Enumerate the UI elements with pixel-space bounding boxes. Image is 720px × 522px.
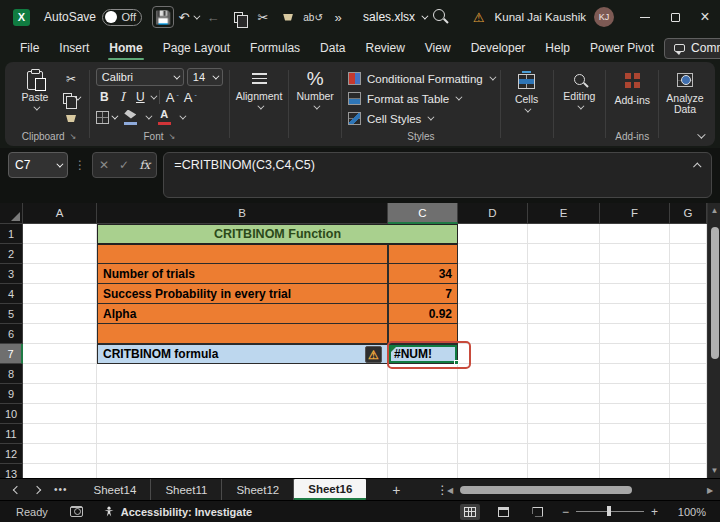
row-header-12[interactable]: 12 [0,444,23,464]
cell-E8[interactable] [528,364,600,384]
save-button[interactable]: 💾 [152,6,174,28]
scroll-down-icon[interactable]: ▼ [708,466,720,475]
cell-A3[interactable] [23,264,97,284]
cell-B12[interactable] [97,444,388,464]
cell-G12[interactable] [670,444,707,464]
cell-A6[interactable] [23,324,97,344]
row-header-9[interactable]: 9 [0,384,23,404]
cell-C6[interactable] [388,324,458,344]
cell-E10[interactable] [528,404,600,424]
cell-F4[interactable] [600,284,670,304]
cell-D13[interactable] [458,464,528,478]
collapse-formula-bar-button[interactable] [693,162,701,170]
cell-E1[interactable] [528,224,600,244]
column-header-A[interactable]: A [23,203,97,224]
cell-C5[interactable]: 0.92 [388,304,458,324]
italic-button[interactable]: I [114,89,131,106]
underline-options-chevron[interactable] [150,92,157,99]
cell-B2[interactable] [97,244,388,264]
cell-A10[interactable] [23,404,97,424]
cell-F9[interactable] [600,384,670,404]
ribbon-tab-developer[interactable]: Developer [461,37,536,59]
cell-C10[interactable] [388,404,458,424]
name-box[interactable]: C7 [8,152,68,178]
fill-handle[interactable] [454,360,459,365]
page-layout-view-button[interactable] [494,504,514,520]
ribbon-tab-insert[interactable]: Insert [49,37,99,59]
cell-C7[interactable]: #NUM! [388,344,458,364]
cancel-entry-button[interactable]: ✕ [99,158,109,172]
editing-button[interactable]: Editing [559,67,599,144]
underline-button[interactable]: U [132,89,149,106]
cell-E4[interactable] [528,284,600,304]
cell-D6[interactable] [458,324,528,344]
redo-button[interactable]: ← [202,6,224,28]
cell-A9[interactable] [23,384,97,404]
addins-button[interactable]: Add-ins [612,67,652,129]
font-size-select[interactable]: 14 [187,68,223,86]
select-all-button[interactable] [0,203,23,224]
cell-D3[interactable] [458,264,528,284]
scroll-left-icon[interactable]: ◀ [444,486,456,495]
cell-F12[interactable] [600,444,670,464]
format-painter-button[interactable] [59,110,83,127]
cell-G7[interactable] [670,344,707,364]
all-sheets-button[interactable]: ••• [54,484,68,495]
cell-B9[interactable] [97,384,388,404]
ribbon-tab-view[interactable]: View [415,37,461,59]
cell-A5[interactable] [23,304,97,324]
cell-B8[interactable] [97,364,388,384]
cut-button[interactable]: ✂ [59,70,83,87]
cell-D8[interactable] [458,364,528,384]
cell-B10[interactable] [97,404,388,424]
row-header-8[interactable]: 8 [0,364,23,384]
zoom-slider-handle[interactable] [607,506,611,516]
column-header-D[interactable]: D [458,203,528,224]
cell-G10[interactable] [670,404,707,424]
cell-G13[interactable] [670,464,707,478]
user-name[interactable]: Kunal Jai Kaushik [495,11,586,23]
dialog-launcher-icon[interactable]: ↘ [70,132,77,141]
row-header-3[interactable]: 3 [0,264,23,284]
cell-E9[interactable] [528,384,600,404]
confirm-entry-button[interactable]: ✓ [119,158,129,172]
bold-button[interactable]: B [96,89,113,106]
sheet-tab-sheet12[interactable]: Sheet12 [222,479,294,500]
cell-G8[interactable] [670,364,707,384]
cell-D9[interactable] [458,384,528,404]
cell-C3[interactable]: 34 [388,264,458,284]
next-sheet-button[interactable] [33,485,41,493]
ribbon-tab-help[interactable]: Help [535,37,580,59]
cell-E6[interactable] [528,324,600,344]
cell-A7[interactable] [23,344,97,364]
ribbon-tab-data[interactable]: Data [310,37,355,59]
dialog-launcher-icon[interactable]: ↘ [168,132,175,141]
comments-button[interactable]: Comments [664,38,720,59]
cell-B13[interactable] [97,464,388,478]
alignment-button[interactable]: Alignment [236,67,283,144]
row-header-6[interactable]: 6 [0,324,23,344]
cell-F11[interactable] [600,424,670,444]
cell-C8[interactable] [388,364,458,384]
cell-B11[interactable] [97,424,388,444]
file-name-menu[interactable]: sales.xlsx [363,10,426,24]
column-header-G[interactable]: G [670,203,707,224]
sheet-tab-sheet14[interactable]: Sheet14 [80,479,152,500]
new-sheet-button[interactable]: + [366,479,426,500]
cell-F13[interactable] [600,464,670,478]
cell-A4[interactable] [23,284,97,304]
cell-F10[interactable] [600,404,670,424]
cell-E11[interactable] [528,424,600,444]
cell-D11[interactable] [458,424,528,444]
ribbon-tab-page-layout[interactable]: Page Layout [153,37,240,59]
page-break-view-button[interactable] [528,504,548,520]
cell-C12[interactable] [388,444,458,464]
formula-input[interactable]: =CRITBINOM(C3,C4,C5) [163,152,712,198]
spreadsheet-grid[interactable]: ABCDEFG1CRITBINOM Function23Number of tr… [0,203,707,478]
cell-C13[interactable] [388,464,458,478]
cell-D2[interactable] [458,244,528,264]
copy-button[interactable] [227,6,249,28]
cell-B3[interactable]: Number of trials [97,264,388,284]
ribbon-tab-formulas[interactable]: Formulas [240,37,310,59]
row-header-2[interactable]: 2 [0,244,23,264]
